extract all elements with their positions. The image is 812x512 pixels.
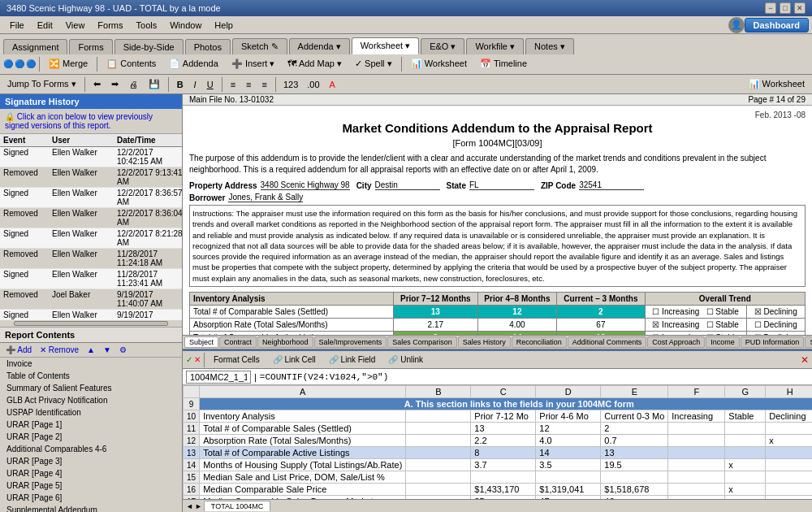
ws-cell[interactable]: Inventory Analysis (200, 410, 406, 423)
ws-cell[interactable] (406, 423, 471, 435)
doc-tab-addl[interactable]: Additional Comments (568, 336, 647, 348)
addenda-button[interactable]: 📄 Addenda (163, 56, 224, 72)
ws-cell[interactable]: 19.5 (601, 459, 668, 471)
user-avatar[interactable]: 👤 (728, 17, 745, 33)
menu-edit[interactable]: Edit (31, 19, 59, 32)
ws-cell[interactable] (668, 471, 725, 484)
ws-cell[interactable] (406, 447, 471, 459)
rc-up[interactable]: ▲ (84, 345, 97, 355)
ws-cell[interactable] (406, 484, 471, 496)
ws-cell[interactable]: x (766, 496, 812, 500)
rc-item[interactable]: USPAP Identification (0, 406, 182, 419)
sidebar-scrollbar[interactable] (0, 320, 182, 327)
fmt-btn-4[interactable]: 💾 (145, 77, 164, 91)
ws-cell[interactable]: Stable (725, 410, 766, 423)
ws-cell[interactable]: 2 (601, 423, 668, 435)
rc-item[interactable]: Summary of Salient Features (0, 382, 182, 394)
ws-cell[interactable] (766, 423, 812, 435)
menu-forms[interactable]: Forms (91, 19, 129, 32)
rc-item[interactable]: URAR [Page 4] (0, 467, 182, 479)
ws-close-btn[interactable]: ✕ (801, 354, 809, 366)
ws-cell[interactable]: 3.5 (536, 459, 601, 471)
ws-cell[interactable]: Total # of Comparable Sales (Settled) (200, 423, 406, 435)
ws-grid-container[interactable]: A B C D E F G H Ti 9 (183, 385, 812, 499)
insert-button[interactable]: ➕ Insert ▾ (226, 56, 281, 72)
underline-button[interactable]: U (203, 78, 218, 91)
ws-cell[interactable]: Median Comparable Sales Days on Market (200, 496, 406, 500)
rc-item[interactable]: URAR [Page 3] (0, 455, 182, 467)
ws-link-field[interactable]: 🔗 Link Field (323, 353, 382, 367)
ws-cell[interactable]: Total # of Comparable Active Listings (200, 447, 406, 459)
align-right-button[interactable]: ≡ (257, 78, 270, 91)
tab-sidebyside[interactable]: Side-by-Side (114, 39, 184, 54)
ws-cell[interactable] (668, 496, 725, 500)
ws-cell[interactable]: Absorption Rate (Total Sales/Months) (200, 435, 406, 447)
font-color-button[interactable]: A (326, 78, 339, 91)
ws-cell[interactable]: 47 (536, 496, 601, 500)
ws-cell[interactable]: 2.2 (471, 435, 536, 447)
rc-item[interactable]: GLB Act Privacy Notification (0, 394, 182, 406)
ws-cell[interactable]: Declining (766, 410, 812, 423)
close-button[interactable]: ✕ (794, 2, 806, 14)
ws-cell[interactable] (601, 471, 668, 484)
tab-worksheet[interactable]: Worksheet ▾ (352, 37, 419, 54)
ws-unlink[interactable]: 🔗 Unlink (382, 353, 429, 367)
ws-cell[interactable] (725, 447, 766, 459)
ws-nav-right[interactable]: ► (195, 502, 202, 510)
tab-workfile[interactable]: Workfile ▾ (466, 38, 524, 54)
ws-cell[interactable]: 0.7 (601, 435, 668, 447)
bold-button[interactable]: B (173, 78, 188, 91)
ws-cell[interactable]: 13 (471, 423, 536, 435)
ws-cell[interactable]: x (725, 484, 766, 496)
doc-tab-recon[interactable]: Reconciliation (512, 336, 567, 348)
doc-tab-pud[interactable]: PUD Information (741, 336, 805, 348)
ws-cell[interactable] (725, 496, 766, 500)
rc-add[interactable]: ➕ Add (3, 345, 34, 355)
ws-cell[interactable]: 4.0 (536, 435, 601, 447)
ws-cell[interactable]: $1,319,041 (536, 484, 601, 496)
menu-help[interactable]: Help (208, 19, 240, 32)
rc-item[interactable]: Invoice (0, 358, 182, 370)
fmt-btn-3[interactable]: 🖨 (125, 78, 142, 91)
doc-tab-saleshist[interactable]: Sales History (458, 336, 511, 348)
doc-tab-salescomp[interactable]: Sales Comparison (387, 336, 457, 348)
ws-check[interactable]: ✓ (186, 355, 192, 364)
rc-item[interactable]: URAR [Page 5] (0, 479, 182, 492)
ws-cell[interactable] (725, 471, 766, 484)
rc-down[interactable]: ▼ (101, 345, 114, 355)
doc-tab-cost[interactable]: Cost Approach (647, 336, 705, 348)
ws-cell[interactable]: Median Comparable Sale Price (200, 484, 406, 496)
ws-format-cells[interactable]: Format Cells (208, 353, 266, 367)
fmt-btn-1[interactable]: ⬅ (89, 77, 105, 91)
tab-addenda[interactable]: Addenda ▾ (289, 38, 350, 54)
ws-cell[interactable]: Current 0-3 Mo (601, 410, 668, 423)
rc-item[interactable]: Additional Comparables 4-6 (0, 443, 182, 455)
rc-item[interactable]: Supplemental Addendum (0, 504, 182, 512)
ws-cancel[interactable]: ✕ (194, 355, 201, 364)
dashboard-button[interactable]: Dashboard (745, 18, 809, 33)
fmt-btn-2[interactable]: ➡ (107, 77, 123, 91)
ws-cell[interactable]: Prior 4-6 Mo (536, 410, 601, 423)
ws-cell[interactable]: Increasing (668, 410, 725, 423)
contents-button[interactable]: 📋 Contents (101, 56, 162, 72)
menu-tools[interactable]: Tools (130, 19, 164, 32)
tab-notes[interactable]: Notes ▾ (525, 38, 574, 54)
ws-cell[interactable] (668, 435, 725, 447)
tab-sketch[interactable]: Sketch ✎ (232, 38, 287, 54)
tab-assignment[interactable]: Assignment (3, 39, 67, 54)
ws-cell[interactable]: x (766, 435, 812, 447)
ws-cell[interactable] (725, 435, 766, 447)
menu-window[interactable]: Window (163, 19, 208, 32)
menu-view[interactable]: View (59, 19, 92, 32)
doc-tab-sale[interactable]: Sale/Improvements (314, 336, 387, 348)
doc-tab-sigs[interactable]: Signatures (805, 336, 812, 348)
ws-cell[interactable]: 25 (471, 496, 536, 500)
ws-cell[interactable] (725, 423, 766, 435)
ws-cell[interactable]: 12 (536, 423, 601, 435)
rc-item[interactable]: Table of Contents (0, 370, 182, 382)
spell-button[interactable]: ✓ Spell ▾ (349, 56, 398, 72)
rc-settings[interactable]: ⚙ (117, 345, 129, 355)
ws-sheet-tab-total[interactable]: TOTAL 1004MC (204, 501, 270, 511)
ws-cell[interactable]: 3.7 (471, 459, 536, 471)
ws-cell[interactable] (766, 447, 812, 459)
